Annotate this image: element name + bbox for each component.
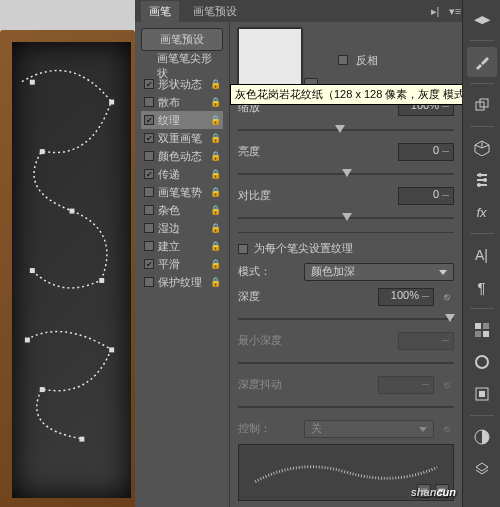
option-12[interactable]: 保护纹理🔒 [141,273,223,291]
svg-rect-9 [79,437,84,442]
brightness-label: 亮度 [238,144,298,159]
tab-brush[interactable]: 画笔 [141,1,179,22]
svg-rect-3 [70,209,75,214]
chalk-drawing [12,42,131,498]
contrast-label: 对比度 [238,188,298,203]
svg-rect-0 [30,80,35,85]
brightness-field[interactable]: 0 [398,143,454,161]
layers-icon[interactable] [467,454,497,484]
depth-jitter-field [378,376,434,394]
svg-rect-2 [40,149,45,154]
adjustments-icon[interactable] [467,422,497,452]
mode-label: 模式： [238,264,298,279]
chalkboard-surface [12,42,131,498]
clone-source-icon[interactable] [467,90,497,120]
invert-checkbox[interactable] [338,55,348,65]
option-label: 颜色动态 [158,149,202,164]
tab-brush-presets[interactable]: 画笔预设 [185,1,245,22]
svg-rect-6 [25,338,30,343]
lock-icon[interactable]: 🔒 [210,115,220,125]
brush-tool-icon[interactable] [467,47,497,77]
character-icon[interactable]: A| [467,240,497,270]
option-checkbox[interactable] [144,151,154,161]
option-9[interactable]: 湿边🔒 [141,219,223,237]
option-2[interactable]: 散布🔒 [141,93,223,111]
option-0[interactable]: 画笔笔尖形状 [141,57,223,75]
depth-label: 深度 [238,289,298,304]
option-checkbox[interactable] [144,205,154,215]
option-3[interactable]: 纹理🔒 [141,111,223,129]
brush-panel: 画笔 画笔预设 ▸| ▾≡ 画笔预设 画笔笔尖形状形状动态🔒散布🔒纹理🔒双重画笔… [135,0,462,507]
option-checkbox[interactable] [144,259,154,269]
option-checkbox[interactable] [144,97,154,107]
option-label: 湿边 [158,221,180,236]
option-11[interactable]: 平滑🔒 [141,255,223,273]
texture-thumbnail[interactable] [238,28,302,92]
scale-slider[interactable] [238,123,454,136]
svg-rect-16 [483,323,489,329]
fx-icon[interactable]: fx [467,197,497,227]
option-label: 平滑 [158,257,180,272]
depth-jitter-slider [238,400,454,413]
brush-presets-button[interactable]: 画笔预设 [141,28,223,51]
depth-jitter-link-icon: ⎋ [440,378,454,392]
expand-sidebar-icon[interactable]: ◀▶ [467,4,497,34]
lock-icon[interactable]: 🔒 [210,151,220,161]
option-5[interactable]: 颜色动态🔒 [141,147,223,165]
swatches-icon[interactable] [467,315,497,345]
svg-rect-4 [99,278,104,283]
option-7[interactable]: 画笔笔势🔒 [141,183,223,201]
color-icon[interactable] [467,347,497,377]
option-checkbox[interactable] [144,187,154,197]
option-checkbox[interactable] [144,169,154,179]
option-checkbox[interactable] [144,223,154,233]
collapse-icon[interactable]: ▸| [428,4,442,18]
option-6[interactable]: 传递🔒 [141,165,223,183]
depth-link-icon[interactable]: ⎋ [440,290,454,304]
panel-menu-icon[interactable]: ▾≡ [448,4,462,18]
lock-icon[interactable]: 🔒 [210,241,220,251]
depth-field[interactable]: 100% [378,288,434,306]
mode-dropdown[interactable]: 颜色加深 [304,263,454,281]
lock-icon[interactable]: 🔒 [210,79,220,89]
option-4[interactable]: 双重画笔🔒 [141,129,223,147]
option-8[interactable]: 杂色🔒 [141,201,223,219]
lock-icon[interactable]: 🔒 [210,187,220,197]
lock-icon[interactable]: 🔒 [210,97,220,107]
contrast-slider[interactable] [238,211,454,224]
depth-slider[interactable] [238,312,454,325]
option-checkbox[interactable] [144,241,154,251]
lock-icon[interactable]: 🔒 [210,223,220,233]
option-checkbox[interactable] [144,277,154,287]
option-label: 传递 [158,167,180,182]
lock-icon[interactable]: 🔒 [210,277,220,287]
option-checkbox[interactable] [144,133,154,143]
control-link-icon: ⎋ [440,422,454,436]
option-checkbox[interactable] [144,79,154,89]
option-label: 画笔笔势 [158,185,202,200]
styles-icon[interactable] [467,379,497,409]
svg-point-13 [483,178,487,182]
depth-jitter-label: 深度抖动 [238,377,298,392]
3d-icon[interactable] [467,133,497,163]
option-checkbox[interactable] [144,115,154,125]
lock-icon[interactable]: 🔒 [210,169,220,179]
option-label: 形状动态 [158,77,202,92]
lock-icon[interactable]: 🔒 [210,205,220,215]
svg-rect-1 [109,100,114,105]
option-label: 建立 [158,239,180,254]
option-10[interactable]: 建立🔒 [141,237,223,255]
panel-tabs: 画笔 画笔预设 ▸| ▾≡ [135,0,462,22]
each-tip-checkbox[interactable] [238,244,248,254]
watermark: shancun [411,478,456,501]
option-label: 散布 [158,95,180,110]
contrast-field[interactable]: 0 [398,187,454,205]
lock-icon[interactable]: 🔒 [210,133,220,143]
control-dropdown: 关 [304,420,434,438]
brightness-slider[interactable] [238,167,454,180]
canvas-area [0,0,135,507]
paragraph-icon[interactable]: ¶ [467,272,497,302]
lock-icon[interactable]: 🔒 [210,259,220,269]
properties-icon[interactable] [467,165,497,195]
texture-settings: ▾ 反相 灰色花岗岩花纹纸（128 x 128 像素，灰度 模式） 缩放 100… [230,22,462,507]
